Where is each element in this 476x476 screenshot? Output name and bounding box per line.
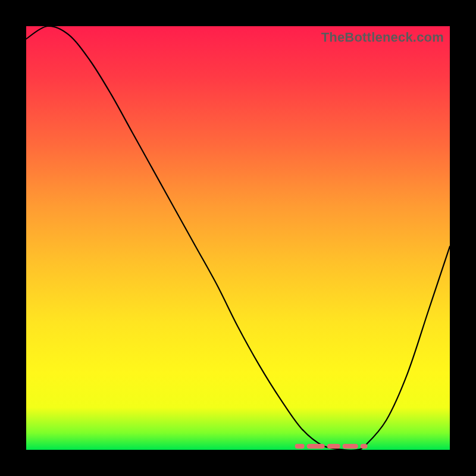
plot-area: TheBottleneck.com xyxy=(26,26,450,450)
chart-frame: TheBottleneck.com xyxy=(0,0,476,476)
bottleneck-curve xyxy=(26,26,450,450)
curve-layer xyxy=(26,26,450,450)
